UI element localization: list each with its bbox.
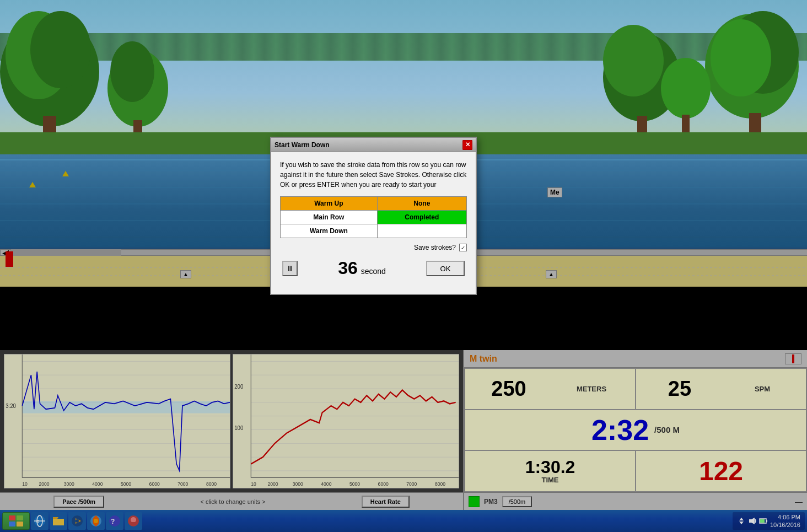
timer-display: 36 second <box>338 258 386 278</box>
table-row: Warm Up None <box>281 197 467 211</box>
start-warm-down-dialog: Start Warm Down ✕ If you wish to save th… <box>270 137 477 295</box>
timer-value: 36 <box>338 258 358 278</box>
dialog-titlebar: Start Warm Down ✕ <box>271 138 476 152</box>
warm-down-status <box>377 224 466 238</box>
save-strokes-row: Save strokes? ✓ <box>280 244 467 251</box>
row-status-table: Warm Up None Main Row Completed Warm Dow… <box>280 196 467 238</box>
main-row-status: Completed <box>377 211 466 224</box>
ok-button[interactable]: OK <box>426 261 465 276</box>
save-strokes-checkbox[interactable]: ✓ <box>459 244 467 251</box>
pause-button[interactable]: ⏸ <box>282 261 298 276</box>
dialog-body: If you wish to save the stroke data from… <box>271 152 476 294</box>
modal-overlay: Start Warm Down ✕ If you wish to save th… <box>0 0 807 532</box>
save-strokes-label: Save strokes? <box>414 244 456 251</box>
dialog-close-button[interactable]: ✕ <box>462 140 472 150</box>
main-row-label: Main Row <box>281 211 378 224</box>
warm-down-label: Warm Down <box>281 224 378 238</box>
warm-up-status: None <box>377 197 466 211</box>
dialog-title: Start Warm Down <box>275 141 330 149</box>
table-row: Warm Down <box>281 224 467 238</box>
warm-up-label: Warm Up <box>281 197 378 211</box>
dialog-footer: ⏸ 36 second OK <box>280 258 467 286</box>
checkmark-icon: ✓ <box>461 245 465 251</box>
dialog-message: If you wish to save the stroke data from… <box>280 160 467 190</box>
table-row: Main Row Completed <box>281 211 467 224</box>
timer-unit: second <box>361 267 386 276</box>
